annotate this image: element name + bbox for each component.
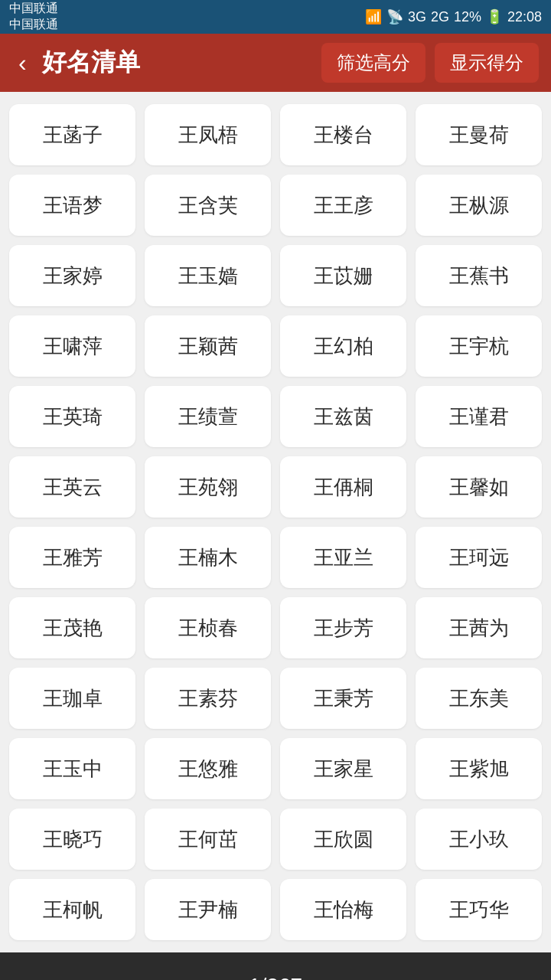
name-card[interactable]: 王悠雅 [145, 738, 271, 799]
page-indicator: 1/267 [182, 974, 370, 980]
name-card[interactable]: 王亚兰 [280, 527, 406, 588]
next-page-button[interactable] [369, 953, 551, 981]
name-card[interactable]: 王菡子 [9, 104, 135, 165]
name-card[interactable]: 王苡姗 [280, 245, 406, 306]
back-icon: ‹ [18, 49, 27, 77]
name-card[interactable]: 王紫旭 [416, 738, 542, 799]
name-card[interactable]: 王步芳 [280, 597, 406, 658]
name-card[interactable]: 王楠木 [145, 527, 271, 588]
name-card[interactable]: 王谨君 [416, 386, 542, 447]
name-card[interactable]: 王家婷 [9, 245, 135, 306]
name-card[interactable]: 王苑翎 [145, 456, 271, 518]
name-card[interactable]: 王枞源 [416, 175, 542, 236]
header: ‹ 好名清单 筛选高分 显示得分 [0, 34, 551, 92]
carrier-info: 中国联通 中国联通 [9, 1, 58, 33]
name-card[interactable]: 王绩萱 [145, 386, 271, 447]
name-card[interactable]: 王王彦 [280, 175, 406, 236]
name-card[interactable]: 王曼荷 [416, 104, 542, 165]
wifi-icon: 📡 [386, 8, 403, 25]
name-card[interactable]: 王晓巧 [9, 808, 135, 870]
name-card[interactable]: 王尹楠 [145, 879, 271, 940]
name-card[interactable]: 王蕉书 [416, 245, 542, 306]
name-card[interactable]: 王小玖 [416, 808, 542, 870]
carrier2: 中国联通 [9, 17, 58, 33]
name-card[interactable]: 王幻柏 [280, 315, 406, 377]
names-grid: 王菡子王凤梧王楼台王曼荷王语梦王含芙王王彦王枞源王家婷王玉嫱王苡姗王蕉书王啸萍王… [0, 92, 551, 952]
battery-level: 12% [454, 9, 481, 25]
name-card[interactable]: 王家星 [280, 738, 406, 799]
name-card[interactable]: 王英云 [9, 456, 135, 518]
filter-high-score-button[interactable]: 筛选高分 [321, 43, 425, 83]
show-score-button[interactable]: 显示得分 [435, 43, 539, 83]
status-right: 📶 📡 3G 2G 12% 🔋 22:08 [365, 8, 542, 25]
status-bar: 中国联通 中国联通 📶 📡 3G 2G 12% 🔋 22:08 [0, 0, 551, 34]
name-card[interactable]: 王楼台 [280, 104, 406, 165]
name-card[interactable]: 王何茁 [145, 808, 271, 870]
page-title: 好名清单 [42, 46, 312, 80]
name-card[interactable]: 王侢桐 [280, 456, 406, 518]
name-card[interactable]: 王雅芳 [9, 527, 135, 588]
carrier1: 中国联通 [9, 1, 58, 17]
name-card[interactable]: 王珂远 [416, 527, 542, 588]
time-display: 22:08 [507, 9, 542, 25]
bottom-nav: 1/267 [0, 952, 551, 980]
name-card[interactable]: 王馨如 [416, 456, 542, 518]
battery-icon: 🔋 [486, 8, 503, 25]
name-card[interactable]: 王凤梧 [145, 104, 271, 165]
name-card[interactable]: 王茂艳 [9, 597, 135, 658]
back-button[interactable]: ‹ [12, 43, 33, 83]
name-card[interactable]: 王茜为 [416, 597, 542, 658]
name-card[interactable]: 王珈卓 [9, 668, 135, 729]
name-card[interactable]: 王桢春 [145, 597, 271, 658]
name-card[interactable]: 王含芙 [145, 175, 271, 236]
network-3g: 3G [408, 9, 426, 25]
name-card[interactable]: 王语梦 [9, 175, 135, 236]
name-card[interactable]: 王怡梅 [280, 879, 406, 940]
name-card[interactable]: 王啸萍 [9, 315, 135, 377]
name-card[interactable]: 王巧华 [416, 879, 542, 940]
name-card[interactable]: 王柯帆 [9, 879, 135, 940]
name-card[interactable]: 王宇杭 [416, 315, 542, 377]
name-card[interactable]: 王英琦 [9, 386, 135, 447]
name-card[interactable]: 王东美 [416, 668, 542, 729]
name-card[interactable]: 王颖茜 [145, 315, 271, 377]
name-card[interactable]: 王秉芳 [280, 668, 406, 729]
signal-icon: 📶 [365, 8, 382, 25]
name-card[interactable]: 王玉嫱 [145, 245, 271, 306]
name-card[interactable]: 王兹茵 [280, 386, 406, 447]
name-card[interactable]: 王欣圆 [280, 808, 406, 870]
name-card[interactable]: 王素芬 [145, 668, 271, 729]
name-card[interactable]: 王玉中 [9, 738, 135, 799]
network-2g: 2G [431, 9, 449, 25]
prev-page-button[interactable] [0, 953, 182, 981]
